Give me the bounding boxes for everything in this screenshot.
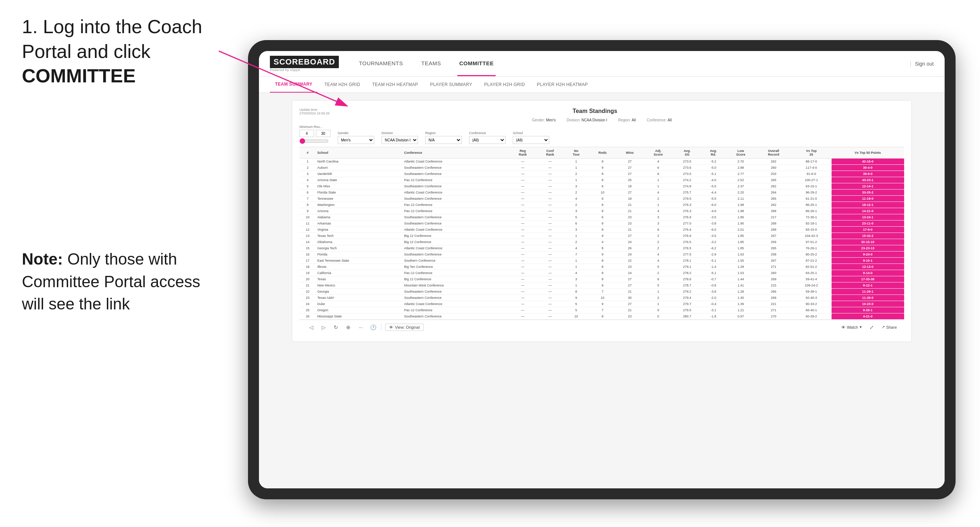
table-cell: 72-30-1 <box>791 214 832 221</box>
region-select-label: Region <box>425 131 462 135</box>
table-cell: 0 <box>643 307 673 313</box>
table-cell: 1.85 <box>726 239 756 245</box>
table-cell: 1 <box>643 183 673 189</box>
table-row: 16FloridaSoutheastern Conference——792442… <box>299 251 904 258</box>
update-time-label: Update time: <box>299 108 330 111</box>
region-select[interactable]: N/A <box>425 136 462 144</box>
toolbar-right: 👁 Watch ▾ ⤢ ↗ Share <box>842 323 897 332</box>
col-wins: Wins <box>616 147 643 159</box>
table-cell: Arkansas <box>316 221 402 227</box>
table-cell: Florida <box>316 251 402 258</box>
division-select[interactable]: NCAA Division I <box>382 136 418 144</box>
table-cell: 4 <box>589 239 616 245</box>
table-cell: 2.77 <box>726 171 756 177</box>
table-cell: 8 <box>589 245 616 251</box>
table-cell: 268 <box>756 227 791 233</box>
table-cell: — <box>536 214 564 221</box>
table-cell: Southeastern Conference <box>402 295 509 301</box>
note-area: Note: Only those with Committee Portal a… <box>22 175 223 315</box>
table-cell: — <box>509 270 536 276</box>
clock-icon[interactable]: 🕐 <box>369 323 377 332</box>
gender-select[interactable]: Men's <box>338 136 374 144</box>
share-button[interactable]: ↗ Share <box>881 325 897 329</box>
table-cell: 1 <box>643 301 673 307</box>
forward-icon[interactable]: ▷ <box>319 323 328 332</box>
expand-icon[interactable]: ⤢ <box>867 323 876 332</box>
nav-teams[interactable]: TEAMS <box>419 51 443 76</box>
sign-out-button[interactable]: Sign out <box>915 61 934 67</box>
view-original-button[interactable]: 👁 View: Original <box>385 324 424 331</box>
sub-nav-team-summary[interactable]: TEAM SUMMARY <box>270 76 317 92</box>
standings-table: # School Conference RegRank ConfRank NoT… <box>299 147 904 320</box>
sub-nav-player-summary[interactable]: PLAYER SUMMARY <box>425 76 477 92</box>
table-cell: 23 <box>616 313 643 320</box>
table-cell: — <box>509 233 536 239</box>
instruction-emphasis: COMMITTEE <box>22 65 136 86</box>
refresh-icon[interactable]: ↻ <box>331 323 340 332</box>
table-cell: 0 <box>643 313 673 320</box>
note-label: Note: <box>22 250 63 268</box>
sub-nav-player-h2h-heatmap[interactable]: PLAYER H2H HEATMAP <box>532 76 593 92</box>
table-cell: 273.6 <box>673 165 701 171</box>
region-filter-display: Region: All <box>618 118 636 122</box>
table-cell: 23 <box>616 221 643 227</box>
table-cell: 21 <box>616 208 643 214</box>
table-cell: 1 <box>564 264 589 270</box>
table-cell: 117-4-0 <box>791 165 832 171</box>
table-cell: — <box>509 189 536 196</box>
table-cell: 1.41 <box>726 283 756 289</box>
table-cell: 90-33-2 <box>791 301 832 307</box>
table-row: 9ArizonaPac-12 Conference——38214276.3-4.… <box>299 208 904 214</box>
table-cell: Atlantic Coast Conference <box>402 189 509 196</box>
nav-committee[interactable]: COMMITTEE <box>457 51 496 76</box>
more-icon[interactable]: ··· <box>356 323 365 332</box>
nav-tournaments[interactable]: TOURNAMENTS <box>357 51 405 76</box>
table-cell: 24 <box>616 251 643 258</box>
table-cell: Virginia <box>316 227 402 233</box>
table-cell: 9 <box>564 295 589 301</box>
table-cell: 221 <box>756 301 791 307</box>
table-cell: Southeastern Conference <box>402 214 509 221</box>
table-cell: 104-42-3 <box>791 233 832 239</box>
table-cell: 2 <box>643 196 673 202</box>
table-cell: — <box>536 258 564 264</box>
min-rank-input[interactable] <box>299 130 314 137</box>
table-cell: 23 <box>299 295 316 301</box>
table-cell: 30-15-10 <box>832 239 904 245</box>
table-cell: 265 <box>756 177 791 183</box>
table-cell: 9 <box>589 251 616 258</box>
back-icon[interactable]: ◁ <box>307 323 315 332</box>
sub-nav-team-h2h-heatmap[interactable]: TEAM H2H HEATMAP <box>367 76 423 92</box>
table-cell: Big 12 Conference <box>402 233 509 239</box>
table-cell: 10 <box>564 313 589 320</box>
max-rank-input[interactable] <box>316 130 331 137</box>
table-cell: 21 <box>616 307 643 313</box>
table-cell: 275.7 <box>673 189 701 196</box>
school-select[interactable]: (All) <box>513 136 549 144</box>
table-cell: 2 <box>299 165 316 171</box>
table-cell: 5 <box>564 214 589 221</box>
table-cell: 88-17-0 <box>791 159 832 165</box>
conference-select[interactable]: (All) <box>469 136 506 144</box>
table-cell: 5 <box>564 307 589 313</box>
table-cell: 86-25-1 <box>791 202 832 208</box>
table-cell: -3.8 <box>701 221 726 227</box>
sub-nav-player-h2h-grid[interactable]: PLAYER H2H GRID <box>479 76 530 92</box>
table-cell: 23 <box>616 214 643 221</box>
table-cell: -1.8 <box>701 313 726 320</box>
rank-slider[interactable] <box>299 138 329 144</box>
table-cell: 83-25-1 <box>791 270 832 276</box>
table-cell: 276.3 <box>673 202 701 208</box>
table-cell: 3 <box>564 276 589 283</box>
table-cell: 12-13-0 <box>832 264 904 270</box>
zoom-icon[interactable]: ⊕ <box>344 323 353 332</box>
table-cell: 15 <box>299 245 316 251</box>
table-scroll-container[interactable]: # School Conference RegRank ConfRank NoT… <box>299 147 904 320</box>
table-cell: Pac-12 Conference <box>402 307 509 313</box>
sub-nav-team-h2h-grid[interactable]: TEAM H2H GRID <box>319 76 365 92</box>
table-cell: 8-14-0 <box>832 270 904 276</box>
table-cell: 215 <box>756 283 791 289</box>
watch-button[interactable]: 👁 Watch ▾ <box>842 325 862 329</box>
table-cell: Southern Conference <box>402 258 509 264</box>
table-cell: 83-15-0 <box>791 227 832 233</box>
